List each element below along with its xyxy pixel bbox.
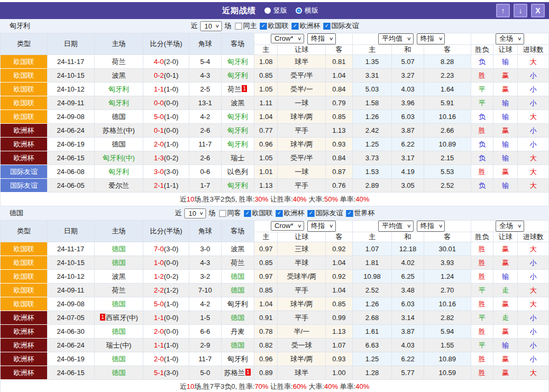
- summary-text: 让胜率:: [268, 382, 292, 390]
- score-cell: 2-0(0-0): [143, 325, 189, 339]
- column-subheader: 胜负: [471, 232, 493, 242]
- result-cell: 胜: [471, 124, 493, 138]
- avg-home-cell: 1.81: [352, 256, 392, 270]
- avg-home-cell: 1.07: [352, 242, 392, 256]
- home-team: 匈牙利: [108, 168, 129, 176]
- avg-draw-cell: 6.03: [392, 110, 424, 124]
- average-source-select[interactable]: 平均值∨: [378, 33, 414, 44]
- full-time-score: 5-1: [154, 369, 164, 377]
- goals-result-cell: 大: [518, 55, 549, 69]
- select-value: 终指: [311, 34, 325, 43]
- view-option-vertical[interactable]: 竖版: [264, 6, 287, 15]
- match-row: 欧洲杯24-06-19德国2-0(1-0)11-7匈牙利0.96球半/两0.93…: [1, 138, 549, 151]
- move-up-button[interactable]: ↑: [496, 4, 510, 17]
- chevron-down-icon: ∨: [517, 223, 522, 229]
- avg-away-cell: 8.28: [424, 55, 471, 69]
- handicap-cell: 受平/半: [278, 69, 326, 83]
- column-subheader: 让球: [278, 232, 326, 242]
- view-option-horizontal[interactable]: 横版: [296, 6, 318, 15]
- corner-cell: 2-5: [189, 83, 222, 96]
- away-team-cell: 德国: [221, 284, 254, 297]
- home-team-cell: 德国: [94, 110, 143, 124]
- home-team: 波黑: [112, 71, 125, 79]
- select-value: 平均值: [382, 221, 402, 231]
- odds-select-group: Crow*∨终指∨: [254, 33, 353, 45]
- result-cell: 胜: [471, 325, 493, 339]
- avg-draw-cell: 5.77: [392, 366, 424, 380]
- league-badge: 国际友谊: [1, 165, 48, 179]
- home-team-cell: 1西班牙(中): [94, 311, 143, 325]
- average-stage-select[interactable]: 终指∨: [417, 33, 445, 44]
- result-cell: 平: [471, 339, 493, 352]
- filter-checkbox-国际友谊[interactable]: ✓国际友谊: [324, 21, 359, 31]
- date-cell: 24-07-05: [47, 311, 94, 325]
- half-time-score: (1-2): [164, 286, 178, 294]
- home-team: 德国: [112, 327, 125, 335]
- team-text: 匈牙利: [227, 71, 248, 79]
- half-time-score: (2-0): [164, 58, 178, 66]
- team-text: 德国: [112, 113, 125, 121]
- filter-checkbox-欧洲杯[interactable]: ✓欧洲杯: [276, 208, 305, 218]
- away-team-cell: 以色列: [221, 165, 254, 179]
- league-badge: 欧洲杯: [1, 366, 48, 380]
- avg-away-cell: 5.53: [424, 165, 471, 179]
- average-source-select[interactable]: 平均值∨: [378, 221, 414, 232]
- match-count-select[interactable]: 10∨: [200, 21, 222, 31]
- team-text: 荷兰: [227, 85, 241, 93]
- home-team-cell: 德国: [94, 352, 143, 366]
- filter-checkbox-欧国联[interactable]: ✓欧国联: [260, 21, 289, 31]
- chevron-down-icon: ∨: [329, 223, 334, 229]
- avg-home-cell: 3.73: [352, 151, 392, 165]
- match-row: 欧国联24-09-11匈牙利0-0(0-0)13-1波黑1.11一球0.791.…: [1, 96, 549, 110]
- score-cell: 4-0(2-0): [143, 55, 189, 69]
- half-time-score: (3-0): [164, 168, 178, 176]
- filter-checkbox-同客[interactable]: 同客: [219, 208, 241, 218]
- close-button[interactable]: X: [531, 4, 545, 17]
- chevron-down-icon: ∨: [329, 36, 334, 41]
- filter-checkbox-国际友谊[interactable]: ✓国际友谊: [308, 208, 343, 218]
- chevron-down-icon: ∨: [297, 36, 302, 41]
- result-cell: 胜: [471, 366, 493, 380]
- goals-result-cell: 小: [518, 270, 549, 284]
- checkbox-checked-icon: ✓: [292, 23, 299, 30]
- away-team: 波黑: [231, 99, 244, 107]
- odds-away-cell: 0.81: [326, 55, 352, 69]
- home-team: 匈牙利(中): [103, 154, 135, 162]
- matches-label: 场: [209, 208, 216, 218]
- select-value: 平均值: [382, 34, 402, 43]
- odds-stage-select[interactable]: 终指∨: [307, 221, 336, 232]
- match-row: 欧国联24-11-17荷兰4-0(2-0)5-4匈牙利1.08球半0.811.3…: [1, 55, 549, 69]
- filter-checkbox-世界杯[interactable]: ✓世界杯: [346, 208, 375, 218]
- goals-result-cell: 小: [518, 311, 549, 325]
- average-stage-select[interactable]: 终指∨: [417, 221, 445, 232]
- goals-result-cell: 小: [518, 69, 549, 83]
- move-down-button[interactable]: ↓: [514, 4, 527, 17]
- away-team-cell: 德国: [221, 339, 254, 352]
- filter-checkbox-欧洲杯[interactable]: ✓欧洲杯: [292, 21, 321, 31]
- filter-checkbox-欧国联[interactable]: ✓欧国联: [244, 208, 273, 218]
- avg-away-cell: 2.52: [424, 179, 471, 193]
- odds-stage-select[interactable]: 终指∨: [307, 33, 336, 44]
- odds-home-cell: 0.85: [254, 284, 278, 297]
- odds-source-select[interactable]: Crow*∨: [271, 34, 304, 43]
- match-count-select[interactable]: 10∨: [184, 208, 206, 218]
- corner-cell: 11-7: [189, 138, 222, 151]
- filter-checkbox-同主[interactable]: 同主: [235, 21, 257, 31]
- odds-away-cell: 0.99: [326, 311, 352, 325]
- half-time-score: (1-0): [164, 355, 178, 363]
- odds-away-cell: 0.85: [326, 110, 352, 124]
- column-subheader: 客: [424, 232, 471, 242]
- scope-select[interactable]: 全场∨: [496, 33, 524, 44]
- matches-table: 类型日期主场比分(半场)角球客场Crow*∨终指∨平均值∨终指∨全场∨主让球客主…: [0, 33, 549, 206]
- scope-select[interactable]: 全场∨: [496, 221, 524, 232]
- handicap-result-cell: 赢: [493, 256, 517, 270]
- checkbox-checked-icon: ✓: [346, 210, 353, 217]
- full-time-score: 0-1: [154, 126, 164, 134]
- select-value: 全场: [499, 34, 513, 43]
- date-cell: 24-11-17: [47, 242, 94, 256]
- odds-source-select[interactable]: Crow*∨: [271, 221, 304, 231]
- handicap-cell: 受球半/两: [278, 270, 326, 284]
- home-team: 德国: [112, 369, 125, 377]
- home-team: 匈牙利: [108, 99, 129, 107]
- away-team: 匈牙利: [227, 113, 248, 121]
